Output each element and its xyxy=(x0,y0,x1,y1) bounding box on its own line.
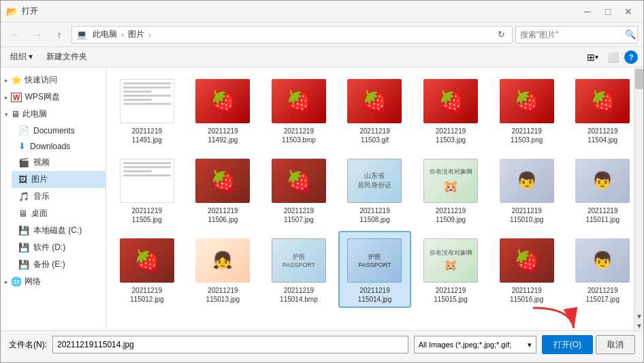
back-button[interactable]: ← xyxy=(6,26,25,44)
file-thumbnail: 🍓 xyxy=(496,236,558,284)
sidebar-item-documents[interactable]: 📄 Documents xyxy=(12,123,106,138)
file-item[interactable]: 🍓 2021121911492.jpg xyxy=(187,72,260,148)
file-thumbnail: 🍓 xyxy=(496,77,558,125)
desktop-icon: 🖥 xyxy=(18,208,27,219)
videos-label: 视频 xyxy=(33,157,50,168)
pane-button[interactable]: ⬜ xyxy=(604,50,622,65)
desktop-label: 桌面 xyxy=(31,208,48,219)
filename-label: 文件名(N): xyxy=(9,339,47,351)
file-thumbnail: 护照PASSPORT xyxy=(344,236,405,284)
diskd-icon: 💾 xyxy=(18,242,29,253)
address-segment-pictures[interactable]: 图片 xyxy=(125,27,147,42)
view-dropdown-icon: ▾ xyxy=(595,53,598,61)
file-item[interactable]: 🍓 2021121911503.bmp xyxy=(262,72,336,148)
file-name: 2021121911492.jpg xyxy=(208,127,238,144)
sidebar-item-wps[interactable]: ▸ W WPS网盘 xyxy=(1,89,106,106)
sidebar-item-music[interactable]: 🎵 音乐 xyxy=(12,188,106,205)
search-input[interactable] xyxy=(520,30,622,40)
file-item[interactable]: 🍓 2021121911504.jpg xyxy=(566,72,639,148)
file-item[interactable]: 🍓 2021121911503.gif xyxy=(338,72,412,148)
sidebar-item-quickaccess[interactable]: ▸ ⭐ 快速访问 xyxy=(1,72,106,89)
file-item[interactable]: 🍓 2021121911503.jpg xyxy=(414,72,487,148)
file-item[interactable]: 你有没有对象啊 🐹 2021121911509.jpg xyxy=(414,151,487,228)
file-item[interactable]: 2021121911505.jpg xyxy=(110,151,184,228)
file-thumbnail xyxy=(116,157,178,204)
sidebar-item-network[interactable]: ▸ 🌐 网络 xyxy=(1,273,106,290)
file-name: 20211219115010.jpg xyxy=(510,206,544,224)
sidebar-item-downloads[interactable]: ⬇ Downloads xyxy=(12,138,106,154)
title-bar-left: 📂 打开 xyxy=(6,5,38,17)
forward-button[interactable]: → xyxy=(28,26,47,44)
quickaccess-label: 快速访问 xyxy=(25,74,57,86)
search-box[interactable]: 🔍 xyxy=(515,26,638,44)
file-name: 2021121911503.png xyxy=(511,127,543,144)
view-mode-button[interactable]: ⊞ ▾ xyxy=(583,50,601,65)
open-button[interactable]: 打开(O) xyxy=(542,335,593,354)
filename-input[interactable] xyxy=(52,336,408,353)
diskc-label: 本地磁盘 (C:) xyxy=(33,225,82,236)
file-name: 20211219115014.jpg xyxy=(358,286,392,304)
file-item[interactable]: 护照PASSPORT 20211219115014.bmp xyxy=(262,231,336,308)
file-item[interactable]: 2021121911491.jpg xyxy=(110,72,184,148)
file-thumbnail: 🍓 xyxy=(572,77,633,125)
sidebar-item-thispc[interactable]: ▾ 🖥 此电脑 xyxy=(1,106,106,123)
sidebar-item-diskd[interactable]: 💾 软件 (D:) xyxy=(12,239,106,256)
file-item[interactable]: 你有没有对象啊 🐹 20211219115015.jpg xyxy=(414,231,487,308)
view-controls: ⊞ ▾ ⬜ ? xyxy=(583,50,638,65)
quickaccess-expand-icon: ▸ xyxy=(5,77,8,84)
vertical-scrollbar[interactable]: ▼ ▼ xyxy=(634,67,643,330)
file-thumbnail: 你有没有对象啊 🐹 xyxy=(420,236,481,284)
file-item[interactable]: 🍓 20211219115016.jpg xyxy=(490,231,564,308)
file-item[interactable]: 👦 20211219115010.jpg xyxy=(490,151,564,228)
file-item[interactable]: 👦 20211219115011.jpg xyxy=(566,151,639,228)
file-thumbnail: 👧 xyxy=(192,236,253,284)
address-segment-pc[interactable]: 此电脑 xyxy=(90,27,120,42)
address-refresh-button[interactable]: ↻ xyxy=(494,28,508,42)
music-label: 音乐 xyxy=(33,191,50,202)
title-bar-controls: ─ □ ✕ xyxy=(578,3,638,20)
file-item-selected[interactable]: 护照PASSPORT 20211219115014.jpg xyxy=(338,231,412,308)
file-name: 20211219115013.jpg xyxy=(206,286,240,304)
file-thumbnail: 👦 xyxy=(572,236,633,284)
help-button[interactable]: ? xyxy=(624,50,638,64)
thispc-label: 此电脑 xyxy=(22,108,47,120)
cancel-button[interactable]: 取消 xyxy=(596,335,635,354)
up-button[interactable]: ↑ xyxy=(50,26,69,44)
scroll-down-arrow[interactable]: ▼ xyxy=(634,311,643,321)
scroll-bottom-arrow[interactable]: ▼ xyxy=(634,321,643,330)
sidebar-item-pictures[interactable]: 🖼 图片 xyxy=(12,171,106,188)
open-dialog: 📂 打开 ─ □ ✕ ← → ↑ 💻 此电脑 › 图片 › ↻ 🔍 xyxy=(0,0,644,363)
file-thumbnail: 护照PASSPORT xyxy=(268,236,329,284)
file-item[interactable]: 🍓 2021121911507.jpg xyxy=(262,151,336,228)
address-bar[interactable]: 💻 此电脑 › 图片 › ↻ xyxy=(71,26,513,44)
action-buttons: 打开(O) 取消 xyxy=(542,335,635,354)
pictures-icon: 🖼 xyxy=(18,174,27,185)
help-icon: ? xyxy=(629,53,634,61)
file-name: 20211219115012.jpg xyxy=(130,286,164,304)
maximize-button[interactable]: □ xyxy=(598,3,617,20)
file-item[interactable]: 🍓 2021121911506.jpg xyxy=(187,151,260,228)
close-button[interactable]: ✕ xyxy=(619,3,638,20)
sidebar-item-diskc[interactable]: 💾 本地磁盘 (C:) xyxy=(12,222,106,239)
minimize-button[interactable]: ─ xyxy=(578,3,597,20)
file-item[interactable]: 👧 20211219115013.jpg xyxy=(187,231,260,308)
file-item[interactable]: 👦 20211219115017.jpg xyxy=(566,231,639,308)
address-computer-icon: 💻 xyxy=(76,29,87,40)
title-bar: 📂 打开 ─ □ ✕ xyxy=(1,1,643,22)
sidebar-item-diske[interactable]: 💾 备份 (E:) xyxy=(12,256,106,273)
address-separator-2: › xyxy=(148,30,151,40)
file-item[interactable]: 🍓 2021121911503.png xyxy=(490,72,564,148)
file-thumbnail: 山东省居民身份证 xyxy=(344,157,405,204)
diskc-icon: 💾 xyxy=(18,225,29,236)
filename-row: 文件名(N): All Images (*.jpeg;*.jpg;*.gif; … xyxy=(9,335,635,354)
sidebar-item-desktop[interactable]: 🖥 桌面 xyxy=(12,205,106,222)
search-icon: 🔍 xyxy=(625,29,636,40)
filetype-select[interactable]: All Images (*.jpeg;*.jpg;*.gif; ▾ xyxy=(414,336,536,353)
diske-label: 备份 (E:) xyxy=(33,259,65,270)
new-folder-button[interactable]: 新建文件夹 xyxy=(42,49,91,65)
scrollbar-thumb[interactable] xyxy=(635,69,643,89)
file-item[interactable]: 🍓 20211219115012.jpg xyxy=(110,231,184,308)
sidebar-item-videos[interactable]: 🎬 视频 xyxy=(12,154,106,171)
file-item[interactable]: 山东省居民身份证 2021121911508.jpg xyxy=(338,151,412,228)
organize-button[interactable]: 组织 ▾ xyxy=(6,49,37,65)
